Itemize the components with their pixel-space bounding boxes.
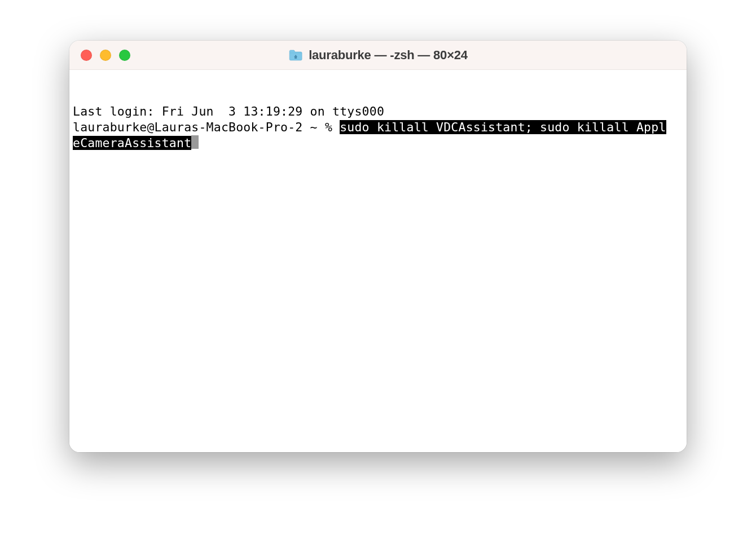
window-title: lauraburke — -zsh — 80×24 bbox=[309, 48, 468, 63]
prompt-line: lauraburke@Lauras-MacBook-Pro-2 ~ % sudo… bbox=[73, 120, 683, 135]
folder-icon bbox=[288, 49, 303, 61]
titlebar[interactable]: lauraburke — -zsh — 80×24 bbox=[69, 41, 687, 70]
command-line-2: eCameraAssistant bbox=[73, 135, 683, 151]
close-button[interactable] bbox=[81, 50, 92, 61]
terminal-body[interactable]: Last login: Fri Jun 3 13:19:29 on ttys00… bbox=[69, 70, 687, 452]
title-group: lauraburke — -zsh — 80×24 bbox=[288, 48, 468, 63]
traffic-lights bbox=[69, 50, 130, 61]
command-selection-part2[interactable]: eCameraAssistant bbox=[73, 136, 191, 150]
terminal-window: lauraburke — -zsh — 80×24 Last login: Fr… bbox=[69, 41, 687, 452]
shell-prompt: lauraburke@Lauras-MacBook-Pro-2 ~ % bbox=[73, 120, 340, 134]
last-login-line: Last login: Fri Jun 3 13:19:29 on ttys00… bbox=[73, 104, 683, 120]
minimize-button[interactable] bbox=[100, 50, 111, 61]
maximize-button[interactable] bbox=[119, 50, 130, 61]
command-selection-part1[interactable]: sudo killall VDCAssistant; sudo killall … bbox=[340, 120, 666, 134]
cursor bbox=[191, 135, 199, 149]
